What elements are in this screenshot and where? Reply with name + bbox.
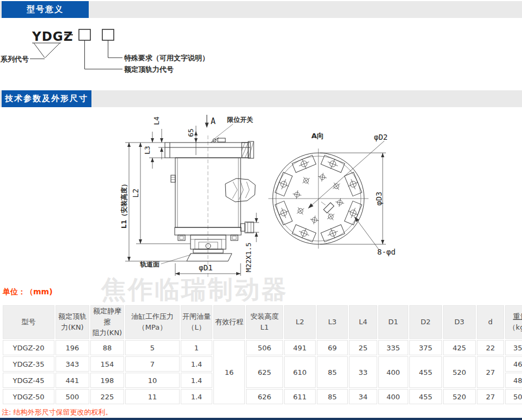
section-bar-model-meaning: 型号意义 bbox=[0, 1, 522, 18]
table-row: YDGZ-35 343 154 7 1.4 625 610 85 33 400 … bbox=[3, 356, 522, 372]
table-cell: 350 bbox=[505, 340, 522, 355]
header-cell: 额定静摩擦阻力(KN) bbox=[90, 305, 124, 339]
header-cell: 油缸工作压力（MPa） bbox=[125, 305, 180, 339]
table-cell: YDGZ-35 bbox=[3, 356, 54, 372]
table-cell: YDGZ-50 bbox=[3, 389, 54, 404]
table-cell: 7 bbox=[125, 356, 180, 372]
force-code-label: 额定顶轨力代号 bbox=[124, 65, 174, 73]
table-cell: 400 bbox=[378, 356, 408, 388]
header-cell: d bbox=[477, 305, 504, 339]
a-view bbox=[268, 149, 369, 249]
dimension-drawing: L1（安装高度） L2 L3 L4 65 A 限位开关 轨道面 φD1 M22X… bbox=[109, 107, 414, 289]
table-cell: 343 bbox=[56, 356, 89, 372]
table-cell: 69 bbox=[317, 340, 348, 355]
table-cell: 225 bbox=[90, 389, 124, 404]
series-code-text: YDGZ bbox=[32, 29, 73, 44]
table-cell: 154 bbox=[90, 356, 124, 372]
table-cell: 22 bbox=[477, 340, 504, 355]
bolt-holes-label: 8-φd bbox=[377, 248, 396, 256]
box1-connector bbox=[85, 40, 123, 69]
model-code-diagram: YDGZ 系列代号 特殊要求（可用文字说明） 额定顶轨力代号 bbox=[0, 21, 234, 82]
table-cell: 25 bbox=[349, 340, 377, 355]
section-bar-tech-params: 技术参数及外形尺寸 bbox=[0, 90, 522, 107]
table-cell: 460 bbox=[505, 356, 522, 372]
side-view bbox=[161, 124, 255, 277]
header-cell: L4 bbox=[349, 305, 377, 339]
table-cell: 480 bbox=[505, 373, 522, 388]
unit-label: 单位：（mm) bbox=[3, 287, 53, 297]
l2-label: L2 bbox=[131, 189, 140, 198]
special-req-label: 特殊要求（可用文字说明） bbox=[124, 54, 209, 62]
header-cell: 重量（kg） bbox=[505, 305, 522, 339]
table-cell: 335 bbox=[378, 340, 408, 355]
table-cell: 85 bbox=[317, 356, 348, 388]
table-cell: 455 bbox=[409, 356, 442, 388]
limit-switch-label: 限位开关 bbox=[227, 116, 253, 123]
table-cell: 375 bbox=[409, 340, 442, 355]
code-box-1 bbox=[79, 29, 90, 40]
table-cell: 610 bbox=[284, 356, 316, 388]
header-cell: D3 bbox=[443, 305, 476, 339]
header-cell: L3 bbox=[317, 305, 348, 339]
l1-label: L1（安装高度） bbox=[120, 181, 128, 228]
header-cell: L2 bbox=[284, 305, 316, 339]
table-cell: 500 bbox=[505, 389, 522, 404]
table-cell: 425 bbox=[443, 340, 476, 355]
series-connector bbox=[30, 43, 60, 59]
d3-label: φD3 bbox=[374, 192, 383, 205]
section-title-model-meaning: 型号意义 bbox=[2, 1, 89, 18]
code-box-2 bbox=[102, 29, 114, 40]
header-cell: D1 bbox=[378, 305, 408, 339]
table-cell: 85 bbox=[317, 389, 348, 404]
spec-table: 型号 额定顶轨力(KN) 额定静摩擦阻力(KN) 油缸工作压力（MPa） 开闸油… bbox=[2, 304, 522, 405]
table-cell: 506 bbox=[246, 340, 283, 355]
table-cell: 1.4 bbox=[181, 373, 212, 388]
dim-65-label: 65 bbox=[187, 128, 195, 137]
table-cell: 198 bbox=[90, 373, 124, 388]
table-cell: 500 bbox=[56, 389, 89, 404]
side-view-dimensions bbox=[125, 115, 259, 276]
header-cell: 开闸油量（L） bbox=[181, 305, 212, 339]
thread-label: M22X1.5 bbox=[244, 243, 253, 273]
table-row: YDGZ-20 196 88 5 1 16 506 491 69 25 335 … bbox=[3, 340, 522, 355]
table-cell: 88 bbox=[90, 340, 124, 355]
view-a-label: A向 bbox=[311, 132, 324, 140]
table-cell: 5 bbox=[125, 340, 180, 355]
table-cell: 11 bbox=[125, 389, 180, 404]
datasheet-page: { "sections": { "model_meaning": "型号意义",… bbox=[0, 0, 522, 420]
table-cell: 34 bbox=[349, 389, 377, 404]
l4-label: L4 bbox=[152, 116, 161, 125]
table-cell: 27 bbox=[477, 389, 504, 404]
table-cell: 10 bbox=[125, 373, 180, 388]
d1-label: φD1 bbox=[199, 263, 212, 272]
table-cell: 455 bbox=[409, 389, 442, 404]
rail-surface-label: 轨道面 bbox=[139, 261, 159, 268]
header-cell: 额定顶轨力(KN) bbox=[56, 305, 89, 339]
a-view-labels: A向 φD2 φD3 8-φd bbox=[311, 132, 396, 256]
series-label: 系列代号 bbox=[0, 55, 29, 63]
table-cell: 491 bbox=[284, 340, 316, 355]
table-cell: 626 bbox=[246, 389, 283, 404]
table-cell: 196 bbox=[56, 340, 89, 355]
bottom-divider bbox=[0, 418, 522, 420]
section-title-tech-params: 技术参数及外形尺寸 bbox=[2, 90, 91, 107]
header-cell: 安装高度L1 bbox=[246, 305, 283, 339]
header-cell: 型号 bbox=[3, 305, 54, 339]
table-cell: 520 bbox=[443, 389, 476, 404]
table-cell: 625 bbox=[246, 356, 283, 388]
table-cell: 611 bbox=[284, 389, 316, 404]
table-cell: 1.4 bbox=[181, 356, 212, 372]
header-cell: D2 bbox=[409, 305, 442, 339]
table-cell: 1 bbox=[181, 340, 212, 355]
table-cell: 16 bbox=[213, 340, 245, 404]
header-cell: 有效行程 bbox=[213, 305, 245, 339]
box2-connector bbox=[108, 40, 123, 58]
section-a-label: A bbox=[211, 116, 216, 126]
table-cell: 27 bbox=[477, 356, 504, 388]
d2-label: φD2 bbox=[374, 133, 388, 141]
table-cell: 520 bbox=[443, 356, 476, 388]
l3-label: L3 bbox=[143, 146, 151, 155]
table-cell: YDGZ-20 bbox=[3, 340, 54, 355]
table-cell: YDGZ-45 bbox=[3, 373, 54, 388]
table-cell: 441 bbox=[56, 373, 89, 388]
